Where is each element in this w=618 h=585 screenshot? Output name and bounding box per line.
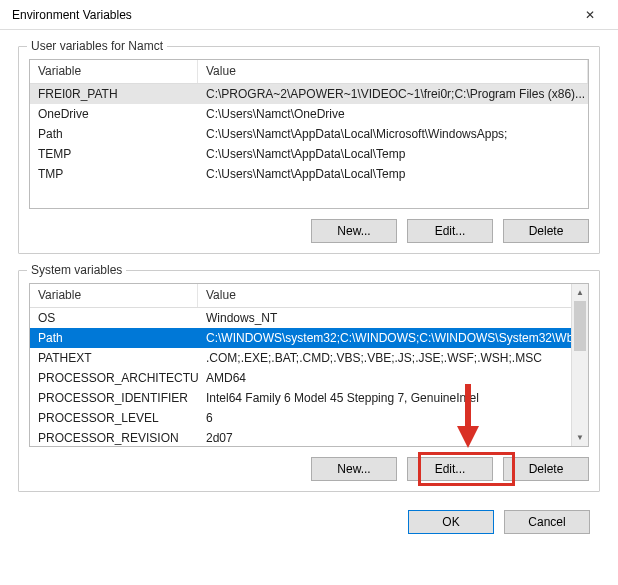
table-row[interactable]: PathC:\WINDOWS\system32;C:\WINDOWS;C:\WI…	[30, 328, 588, 348]
system-table-header: Variable Value	[30, 284, 588, 308]
user-table-header: Variable Value	[30, 60, 588, 84]
table-row[interactable]: TEMPC:\Users\Namct\AppData\Local\Temp	[30, 144, 588, 164]
table-row[interactable]: PathC:\Users\Namct\AppData\Local\Microso…	[30, 124, 588, 144]
window-title: Environment Variables	[12, 8, 570, 22]
table-row[interactable]: PROCESSOR_IDENTIFIERIntel64 Family 6 Mod…	[30, 388, 588, 408]
table-row[interactable]: PROCESSOR_LEVEL6	[30, 408, 588, 428]
cell-value: C:\Users\Namct\OneDrive	[198, 105, 588, 123]
system-table-body: OSWindows_NTPathC:\WINDOWS\system32;C:\W…	[30, 308, 588, 447]
user-variables-group: User variables for Namct Variable Value …	[18, 46, 600, 254]
user-button-row: New... Edit... Delete	[29, 219, 589, 243]
system-button-row: New... Edit... Delete	[29, 457, 589, 481]
user-edit-button[interactable]: Edit...	[407, 219, 493, 243]
cell-value: C:\PROGRA~2\APOWER~1\VIDEOC~1\frei0r;C:\…	[198, 85, 588, 103]
cell-variable: PROCESSOR_IDENTIFIER	[30, 389, 198, 407]
cell-value: C:\WINDOWS\system32;C:\WINDOWS;C:\WINDOW…	[198, 329, 588, 347]
user-new-button[interactable]: New...	[311, 219, 397, 243]
system-scrollbar[interactable]: ▲ ▼	[571, 284, 588, 446]
scroll-up-icon[interactable]: ▲	[572, 284, 588, 301]
cell-value: Windows_NT	[198, 309, 588, 327]
system-delete-button[interactable]: Delete	[503, 457, 589, 481]
header-variable[interactable]: Variable	[30, 284, 198, 307]
cell-variable: OS	[30, 309, 198, 327]
table-row[interactable]: PROCESSOR_REVISION2d07	[30, 428, 588, 447]
table-row[interactable]: OneDriveC:\Users\Namct\OneDrive	[30, 104, 588, 124]
cell-variable: Path	[30, 125, 198, 143]
titlebar: Environment Variables ✕	[0, 0, 618, 30]
close-button[interactable]: ✕	[570, 1, 610, 29]
user-variables-table[interactable]: Variable Value FREI0R_PATHC:\PROGRA~2\AP…	[29, 59, 589, 209]
cell-variable: PROCESSOR_REVISION	[30, 429, 198, 447]
cell-value: AMD64	[198, 369, 588, 387]
system-edit-button[interactable]: Edit...	[407, 457, 493, 481]
table-row[interactable]: TMPC:\Users\Namct\AppData\Local\Temp	[30, 164, 588, 184]
cell-variable: PROCESSOR_ARCHITECTURE	[30, 369, 198, 387]
table-row[interactable]: OSWindows_NT	[30, 308, 588, 328]
cell-value: 2d07	[198, 429, 588, 447]
system-group-label: System variables	[27, 263, 126, 277]
dialog-footer: OK Cancel	[18, 510, 600, 534]
system-variables-group: System variables Variable Value OSWindow…	[18, 270, 600, 492]
cell-variable: FREI0R_PATH	[30, 85, 198, 103]
cell-value: C:\Users\Namct\AppData\Local\Temp	[198, 165, 588, 183]
cell-value: Intel64 Family 6 Model 45 Stepping 7, Ge…	[198, 389, 588, 407]
table-row[interactable]: PROCESSOR_ARCHITECTUREAMD64	[30, 368, 588, 388]
cell-value: C:\Users\Namct\AppData\Local\Microsoft\W…	[198, 125, 588, 143]
user-group-label: User variables for Namct	[27, 39, 167, 53]
scrollbar-thumb[interactable]	[574, 301, 586, 351]
cell-value: C:\Users\Namct\AppData\Local\Temp	[198, 145, 588, 163]
header-value[interactable]: Value	[198, 60, 588, 83]
header-value[interactable]: Value	[198, 284, 588, 307]
close-icon: ✕	[585, 8, 595, 22]
user-delete-button[interactable]: Delete	[503, 219, 589, 243]
table-row[interactable]: PATHEXT.COM;.EXE;.BAT;.CMD;.VBS;.VBE;.JS…	[30, 348, 588, 368]
cell-variable: OneDrive	[30, 105, 198, 123]
cell-value: 6	[198, 409, 588, 427]
cell-variable: TEMP	[30, 145, 198, 163]
user-table-body: FREI0R_PATHC:\PROGRA~2\APOWER~1\VIDEOC~1…	[30, 84, 588, 184]
ok-button[interactable]: OK	[408, 510, 494, 534]
header-variable[interactable]: Variable	[30, 60, 198, 83]
system-variables-table[interactable]: Variable Value OSWindows_NTPathC:\WINDOW…	[29, 283, 589, 447]
dialog-content: User variables for Namct Variable Value …	[0, 30, 618, 544]
system-new-button[interactable]: New...	[311, 457, 397, 481]
cell-value: .COM;.EXE;.BAT;.CMD;.VBS;.VBE;.JS;.JSE;.…	[198, 349, 588, 367]
cell-variable: Path	[30, 329, 198, 347]
table-row[interactable]: FREI0R_PATHC:\PROGRA~2\APOWER~1\VIDEOC~1…	[30, 84, 588, 104]
cell-variable: TMP	[30, 165, 198, 183]
cell-variable: PATHEXT	[30, 349, 198, 367]
cell-variable: PROCESSOR_LEVEL	[30, 409, 198, 427]
scroll-down-icon[interactable]: ▼	[572, 429, 588, 446]
cancel-button[interactable]: Cancel	[504, 510, 590, 534]
